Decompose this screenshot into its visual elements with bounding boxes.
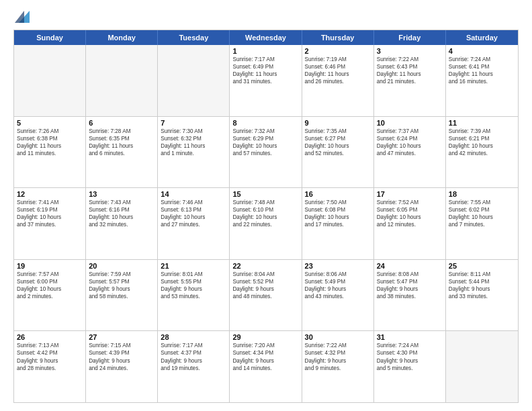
cell-info-line: and 58 minutes. <box>89 293 154 300</box>
cell-info-line: Sunrise: 7:22 AM <box>305 342 371 349</box>
cell-info-line: Sunrise: 8:11 AM <box>449 271 515 278</box>
cell-info-line: Sunset: 6:00 PM <box>17 278 83 285</box>
cell-info-line: Sunset: 6:49 PM <box>232 63 298 71</box>
cell-info-line: Daylight: 10 hours <box>232 142 298 150</box>
cell-info-line: Daylight: 11 hours <box>449 71 515 78</box>
cell-info-line: Sunset: 6:43 PM <box>377 63 443 71</box>
cell-info-line: and 26 minutes. <box>305 78 371 85</box>
cell-info-line: Sunset: 5:52 PM <box>232 278 298 285</box>
cell-info-line: Sunrise: 7:57 AM <box>17 271 83 278</box>
day-cell-14: 14Sunrise: 7:46 AMSunset: 6:13 PMDayligh… <box>158 188 230 259</box>
calendar-row-3: 19Sunrise: 7:57 AMSunset: 6:00 PMDayligh… <box>14 260 518 332</box>
day-cell-4: 4Sunrise: 7:24 AMSunset: 6:41 PMDaylight… <box>446 45 518 116</box>
day-of-week-saturday: Saturday <box>446 30 518 45</box>
day-of-week-wednesday: Wednesday <box>230 30 302 45</box>
header <box>13 12 519 23</box>
day-cell-18: 18Sunrise: 7:55 AMSunset: 6:02 PMDayligh… <box>446 188 518 259</box>
empty-cell <box>446 331 518 402</box>
cell-info-line: Sunrise: 7:52 AM <box>377 199 443 206</box>
cell-info-line: Sunset: 4:32 PM <box>305 349 371 357</box>
day-number: 3 <box>377 47 443 55</box>
cell-info-line: Sunset: 4:37 PM <box>161 349 226 357</box>
cell-info-line: Sunset: 5:57 PM <box>89 278 154 285</box>
cell-info-line: Daylight: 9 hours <box>305 357 371 365</box>
cell-info-line: Sunrise: 7:24 AM <box>377 342 443 349</box>
day-cell-22: 22Sunrise: 8:04 AMSunset: 5:52 PMDayligh… <box>230 260 302 331</box>
day-cell-28: 28Sunrise: 7:17 AMSunset: 4:37 PMDayligh… <box>158 331 230 402</box>
logo-icon <box>15 11 30 23</box>
cell-info-line: Sunset: 5:44 PM <box>449 278 515 285</box>
cell-info-line: and 6 minutes. <box>89 150 154 157</box>
cell-info-line: Sunset: 6:21 PM <box>449 135 515 142</box>
day-cell-7: 7Sunrise: 7:30 AMSunset: 6:32 PMDaylight… <box>158 117 230 188</box>
cell-info-line: Sunrise: 7:20 AM <box>232 342 298 349</box>
cell-info-line: Sunrise: 7:24 AM <box>449 56 515 63</box>
cell-info-line: Sunset: 5:49 PM <box>305 278 371 285</box>
cell-info-line: Daylight: 10 hours <box>377 214 443 221</box>
cell-info-line: and 14 minutes. <box>232 365 298 372</box>
cell-info-line: Sunset: 5:47 PM <box>377 278 443 285</box>
cell-info-line: Sunset: 5:55 PM <box>161 278 226 285</box>
day-number: 28 <box>161 333 226 341</box>
day-of-week-sunday: Sunday <box>14 30 86 45</box>
day-cell-31: 31Sunrise: 7:24 AMSunset: 4:30 PMDayligh… <box>374 331 446 402</box>
cell-info-line: and 38 minutes. <box>377 293 443 300</box>
day-cell-2: 2Sunrise: 7:19 AMSunset: 6:46 PMDaylight… <box>302 45 374 116</box>
day-cell-29: 29Sunrise: 7:20 AMSunset: 4:34 PMDayligh… <box>230 331 302 402</box>
calendar-header: SundayMondayTuesdayWednesdayThursdayFrid… <box>14 30 518 45</box>
cell-info-line: and 32 minutes. <box>89 221 154 228</box>
day-number: 29 <box>232 333 298 341</box>
cell-info-line: Sunrise: 7:13 AM <box>17 342 83 349</box>
cell-info-line: Sunset: 4:34 PM <box>232 349 298 357</box>
cell-info-line: Sunset: 6:05 PM <box>377 206 443 214</box>
day-number: 23 <box>305 262 371 270</box>
cell-info-line: Sunset: 6:32 PM <box>161 135 226 142</box>
day-number: 22 <box>232 262 298 270</box>
calendar-body: 1Sunrise: 7:17 AMSunset: 6:49 PMDaylight… <box>14 45 518 402</box>
cell-info-line: and 37 minutes. <box>17 221 83 228</box>
cell-info-line: Sunset: 4:39 PM <box>89 349 154 357</box>
cell-info-line: and 12 minutes. <box>377 221 443 228</box>
day-number: 17 <box>377 190 443 198</box>
cell-info-line: Daylight: 11 hours <box>161 142 226 150</box>
cell-info-line: Sunset: 6:10 PM <box>232 206 298 214</box>
day-number: 30 <box>305 333 371 341</box>
cell-info-line: Daylight: 10 hours <box>305 214 371 221</box>
day-number: 13 <box>89 190 154 198</box>
day-number: 1 <box>232 47 298 55</box>
day-cell-3: 3Sunrise: 7:22 AMSunset: 6:43 PMDaylight… <box>374 45 446 116</box>
day-of-week-monday: Monday <box>86 30 158 45</box>
day-number: 19 <box>17 262 83 270</box>
cell-info-line: Daylight: 10 hours <box>89 214 154 221</box>
cell-info-line: Sunset: 6:46 PM <box>305 63 371 71</box>
day-cell-17: 17Sunrise: 7:52 AMSunset: 6:05 PMDayligh… <box>374 188 446 259</box>
calendar-row-1: 5Sunrise: 7:26 AMSunset: 6:38 PMDaylight… <box>14 117 518 189</box>
cell-info-line: and 22 minutes. <box>232 221 298 228</box>
day-cell-20: 20Sunrise: 7:59 AMSunset: 5:57 PMDayligh… <box>86 260 158 331</box>
day-number: 4 <box>449 47 515 55</box>
cell-info-line: Sunrise: 8:08 AM <box>377 271 443 278</box>
cell-info-line: and 43 minutes. <box>305 293 371 300</box>
day-number: 6 <box>89 119 154 127</box>
cell-info-line: Daylight: 9 hours <box>232 357 298 365</box>
day-cell-10: 10Sunrise: 7:37 AMSunset: 6:24 PMDayligh… <box>374 117 446 188</box>
cell-info-line: Sunset: 6:38 PM <box>17 135 83 142</box>
day-cell-13: 13Sunrise: 7:43 AMSunset: 6:16 PMDayligh… <box>86 188 158 259</box>
day-cell-23: 23Sunrise: 8:06 AMSunset: 5:49 PMDayligh… <box>302 260 374 331</box>
cell-info-line: Sunset: 6:19 PM <box>17 206 83 214</box>
cell-info-line: and 19 minutes. <box>161 365 226 372</box>
cell-info-line: Sunrise: 7:26 AM <box>17 128 83 135</box>
cell-info-line: Sunset: 6:29 PM <box>232 135 298 142</box>
cell-info-line: and 27 minutes. <box>161 221 226 228</box>
cell-info-line: Daylight: 9 hours <box>17 357 83 365</box>
cell-info-line: and 28 minutes. <box>17 365 83 372</box>
day-number: 7 <box>161 119 226 127</box>
page: SundayMondayTuesdayWednesdayThursdayFrid… <box>0 0 532 411</box>
cell-info-line: and 5 minutes. <box>377 365 443 372</box>
cell-info-line: Sunrise: 8:01 AM <box>161 271 226 278</box>
calendar: SundayMondayTuesdayWednesdayThursdayFrid… <box>13 30 519 403</box>
cell-info-line: Daylight: 10 hours <box>449 142 515 150</box>
day-number: 11 <box>449 119 515 127</box>
day-of-week-tuesday: Tuesday <box>158 30 230 45</box>
cell-info-line: Sunrise: 7:59 AM <box>89 271 154 278</box>
